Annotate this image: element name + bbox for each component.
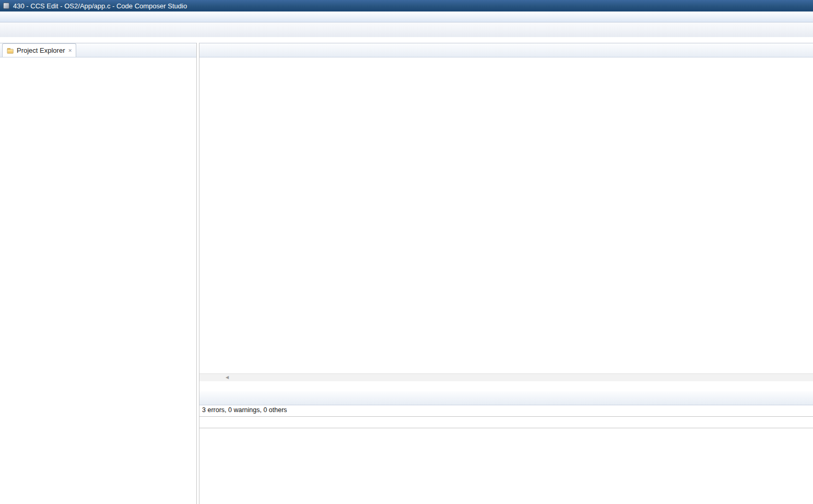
menu-bar (0, 11, 813, 22)
project-explorer-icon (7, 47, 14, 54)
app-icon (3, 2, 10, 9)
ccs-window: 430 - CCS Edit - OS2/App/app.c - Code Co… (0, 0, 813, 504)
sash[interactable] (199, 381, 813, 386)
problems-table (199, 416, 813, 504)
title-bar: 430 - CCS Edit - OS2/App/app.c - Code Co… (0, 0, 813, 11)
close-icon[interactable]: ✕ (68, 48, 72, 53)
scroll-left-arrow-icon[interactable]: ◀ (226, 375, 229, 380)
problems-view: 3 errors, 0 warnings, 0 others (199, 391, 813, 504)
editor-tab-bar (199, 43, 813, 57)
workbench: Project Explorer ✕ ◀ 3 errors, 0 warning… (0, 37, 813, 504)
project-explorer-header: Project Explorer ✕ (0, 43, 196, 57)
problems-tab-bar (199, 391, 813, 405)
main-toolbar (0, 22, 813, 38)
horizontal-scrollbar[interactable]: ◀ (199, 373, 813, 381)
editor-and-problems-area: ◀ 3 errors, 0 warnings, 0 others (199, 43, 813, 504)
problems-summary: 3 errors, 0 warnings, 0 others (199, 405, 813, 416)
code-editor[interactable] (199, 57, 813, 373)
problems-table-header (199, 416, 813, 428)
window-title: 430 - CCS Edit - OS2/App/app.c - Code Co… (13, 2, 187, 10)
project-explorer-title: Project Explorer (17, 46, 65, 54)
tab-project-explorer[interactable]: Project Explorer ✕ (2, 43, 76, 57)
project-tree (0, 57, 196, 60)
project-explorer-view: Project Explorer ✕ (0, 43, 197, 504)
